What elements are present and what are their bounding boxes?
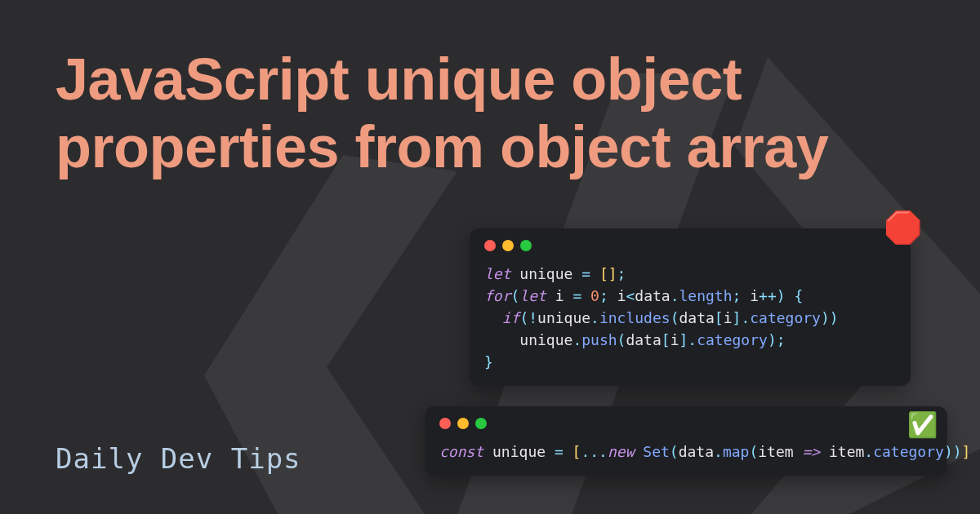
- code-block-bad: let unique = []; for(let i = 0; i<data.l…: [484, 263, 896, 373]
- close-dot-icon: [439, 418, 451, 429]
- window-controls: [439, 418, 933, 429]
- close-dot-icon: [484, 240, 496, 251]
- zoom-dot-icon: [520, 240, 532, 251]
- stop-icon: 🛑: [884, 212, 922, 243]
- code-block-good: const unique = [...new Set(data.map(item…: [439, 441, 933, 463]
- site-brand: Daily Dev Tips: [56, 442, 301, 475]
- zoom-dot-icon: [475, 418, 487, 429]
- minimize-dot-icon: [502, 240, 514, 251]
- page-title: JavaScript unique object properties from…: [56, 46, 931, 181]
- window-controls: [484, 240, 896, 251]
- check-icon: ✅: [907, 413, 938, 437]
- code-example-good: ✅ const unique = [...new Set(data.map(it…: [425, 406, 947, 476]
- minimize-dot-icon: [457, 418, 469, 429]
- code-example-bad: 🛑 let unique = []; for(let i = 0; i<data…: [470, 228, 911, 386]
